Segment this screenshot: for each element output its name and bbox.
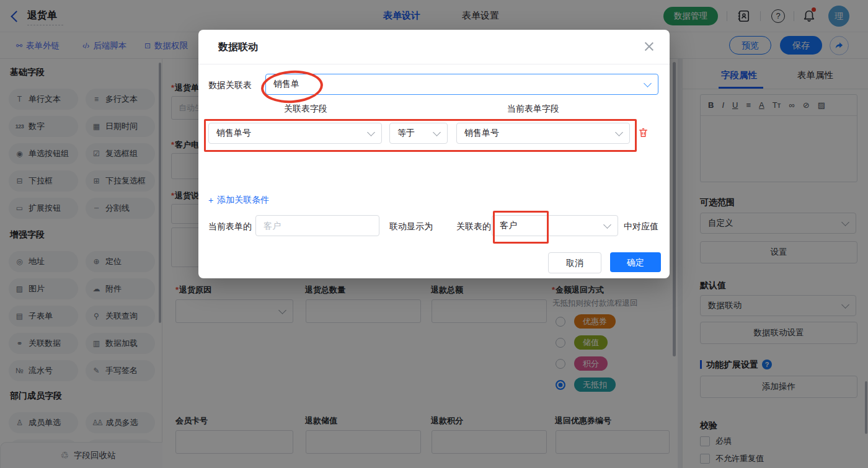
close-icon[interactable] <box>644 41 655 52</box>
linked-table-select[interactable]: 销售单 <box>265 74 658 95</box>
linked-table-prefix: 关联表的 <box>456 221 491 232</box>
add-condition-link[interactable]: + 添加关联条件 <box>208 195 269 206</box>
current-form-prefix: 当前表单的 <box>208 221 252 232</box>
current-field-input[interactable] <box>255 215 379 236</box>
linked-table-label: 数据关联表 <box>208 80 252 91</box>
condition-left-select[interactable]: 销售单号 <box>208 123 382 144</box>
modal-title: 数据联动 <box>218 41 258 54</box>
divider <box>198 64 670 64</box>
column-header-right: 当前表单字段 <box>507 104 559 115</box>
form-designer-app: 退货单 表单设计 表单设置 数据管理 ? 理 ⚯ 表单外链 ‹/› 后端脚本 ⊡… <box>0 0 868 468</box>
plus-icon: + <box>208 195 213 205</box>
cancel-button[interactable]: 取消 <box>548 252 601 273</box>
condition-right-select[interactable]: 销售单号 <box>456 123 630 144</box>
confirm-button[interactable]: 确定 <box>610 252 661 272</box>
linkage-display-label: 联动显示为 <box>389 221 433 232</box>
condition-operator-select[interactable]: 等于 <box>389 123 448 144</box>
corresponding-value-suffix: 中对应值 <box>624 221 658 232</box>
linked-field-select[interactable]: 客户 <box>492 215 618 236</box>
data-linkage-modal: 数据联动 数据关联表 销售单 关联表字段 当前表单字段 销售单号 等于 销售单号… <box>198 30 670 278</box>
column-header-left: 关联表字段 <box>284 104 327 115</box>
delete-condition-icon[interactable] <box>637 126 649 141</box>
